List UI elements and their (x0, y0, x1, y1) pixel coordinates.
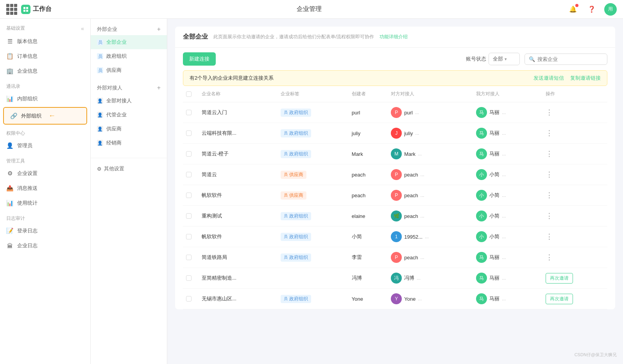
add-external-contact-btn[interactable]: + (157, 84, 161, 91)
table-row: 帆软软件 员政府组织 小简 1 19952... ... 小 小简 ... ⋮ (183, 227, 607, 247)
new-connection-btn[interactable]: 新建连接 (183, 52, 216, 66)
company-creator: Yone (349, 289, 388, 309)
table-row: 重构测试 员政府组织 elaine 🌿 peach ... 小 小简 ... ⋮ (183, 206, 607, 227)
action-menu-btn[interactable]: ⋮ (546, 233, 553, 241)
company-name: 至简精密制造... (199, 268, 277, 289)
self-contact: 马 马丽 ... (473, 268, 542, 289)
action-cell: 再次邀请 (542, 289, 607, 309)
company-tag-cell: 员供应商 (277, 164, 348, 185)
company-tag: 员供应商 (281, 191, 306, 200)
self-contact-name: 马丽 (489, 130, 499, 137)
sidebar-item-admin[interactable]: 👤 管理员 (0, 138, 90, 153)
self-contact: 小 小简 ... (473, 164, 542, 185)
sidebar-managed-company[interactable]: 👤 代管企业 (91, 108, 167, 122)
contact-more-dots: ... (415, 130, 419, 136)
row-checkbox[interactable] (186, 151, 192, 157)
copy-invite-link-btn[interactable]: 复制邀请链接 (570, 75, 601, 82)
search-input[interactable] (537, 56, 603, 62)
self-contact-more-dots: ... (502, 151, 506, 157)
reinvite-btn[interactable]: 再次邀请 (546, 273, 573, 284)
contact-more-dots: ... (418, 151, 422, 157)
company-creator: Mark (349, 144, 388, 164)
help-btn[interactable]: ❓ (585, 3, 598, 16)
sidebar-item-order[interactable]: 📋 订单信息 (0, 49, 90, 64)
sidebar-supplier[interactable]: 员 供应商 (91, 63, 167, 77)
status-select[interactable]: 全部 ▾ (489, 53, 520, 65)
company-tag-cell: 员政府组织 (277, 206, 348, 227)
company-name: 重构测试 (199, 206, 277, 227)
govt-org-tag-icon: 员 (97, 53, 103, 59)
content-header: 全部企业 此页面展示你主动邀请的企业，邀请成功后给他们分配表单/流程权限即可协作… (175, 27, 615, 48)
add-external-company-btn[interactable]: + (157, 26, 161, 33)
row-checkbox[interactable] (186, 130, 192, 136)
table-row: 简道云 员供应商 peach P peach ... 小 小简 ... ⋮ (183, 164, 607, 185)
sidebar-dealer[interactable]: 👤 经销商 (91, 136, 167, 150)
logo[interactable]: 工作台 (21, 5, 52, 14)
sidebar-all-companies[interactable]: 员 全部企业 (91, 35, 167, 49)
other-settings-label: 其他设置 (104, 165, 124, 172)
company-creator: peach (349, 164, 388, 185)
sidebar-item-company[interactable]: 🏢 企业信息 (0, 64, 90, 79)
sidebar-item-login-log[interactable]: 📝 登录日志 (0, 223, 90, 238)
company-creator: elaine (349, 206, 388, 227)
send-invite-sms-btn[interactable]: 发送邀请短信 (533, 75, 564, 82)
row-checkbox[interactable] (186, 110, 192, 115)
other-contact-name: peach (404, 255, 418, 261)
sidebar-item-admin-label: 管理员 (17, 142, 32, 149)
other-contact: P peach ... (388, 164, 473, 185)
row-checkbox[interactable] (186, 296, 192, 302)
action-menu-btn[interactable]: ⋮ (546, 253, 553, 261)
other-contact-name: juliy (404, 130, 413, 136)
settings-icon: ⚙ (6, 170, 13, 177)
all-contacts-label: 全部对接人 (106, 97, 132, 104)
action-menu-btn[interactable]: ⋮ (546, 129, 553, 137)
action-menu-btn[interactable]: ⋮ (546, 171, 553, 178)
notification-btn[interactable]: 🔔 (567, 3, 579, 16)
self-contact: 马 马丽 ... (473, 123, 542, 144)
sidebar-govt-org[interactable]: 员 政府组织 (91, 49, 167, 63)
sidebar-item-external-org[interactable]: 🔗 外部组织 ← (3, 107, 87, 125)
self-contact-more-dots: ... (502, 110, 506, 115)
other-contact-name: peach (404, 172, 418, 178)
sidebar-item-company-log[interactable]: 🏛 企业日志 (0, 238, 90, 253)
other-contact: 1 19952... ... (388, 227, 473, 247)
sidebar-item-settings[interactable]: ⚙ 企业设置 (0, 166, 90, 181)
external-org-icon: 🔗 (10, 112, 17, 120)
row-checkbox[interactable] (186, 213, 192, 219)
self-contact-avatar: 小 (476, 169, 487, 180)
action-menu-btn[interactable]: ⋮ (546, 150, 553, 158)
dealer-icon: 👤 (97, 140, 103, 146)
row-checkbox[interactable] (186, 193, 192, 198)
alert-links: 发送邀请短信 复制邀请链接 (533, 75, 601, 82)
reinvite-btn[interactable]: 再次邀请 (546, 294, 573, 304)
sidebar-supplier-contact[interactable]: 👤 供应商 (91, 122, 167, 136)
sidebar-all-contacts[interactable]: 👤 全部对接人 (91, 94, 167, 108)
search-icon: 🔍 (529, 56, 535, 62)
other-settings-btn[interactable]: ⚙ 其他设置 (91, 161, 167, 176)
col-creator: 创建者 (349, 86, 388, 102)
contact-more-dots: ... (421, 193, 424, 198)
action-menu-btn[interactable]: ⋮ (546, 212, 553, 220)
sidebar-item-version[interactable]: ☰ 版本信息 (0, 34, 90, 49)
sidebar-item-company-label: 企业信息 (17, 68, 38, 75)
user-avatar[interactable]: 用 (604, 3, 617, 16)
row-checkbox[interactable] (186, 275, 192, 281)
select-all-checkbox[interactable] (186, 91, 192, 97)
section-contacts-label: 通讯录 (0, 79, 90, 91)
row-checkbox[interactable] (186, 234, 192, 239)
row-checkbox[interactable] (186, 172, 192, 177)
sidebar-item-messaging[interactable]: 📤 消息推送 (0, 181, 90, 196)
action-menu-btn[interactable]: ⋮ (546, 191, 553, 199)
self-contact-avatar: 小 (476, 231, 487, 242)
action-menu-btn[interactable]: ⋮ (546, 109, 553, 116)
row-checkbox[interactable] (186, 255, 192, 260)
sidebar-item-stats[interactable]: 📊 使用统计 (0, 196, 90, 211)
main-content: 全部企业 此页面展示你主动邀请的企业，邀请成功后给他们分配表单/流程权限即可协作… (167, 19, 623, 364)
sidebar-item-settings-label: 企业设置 (17, 170, 38, 177)
other-contact-name: peach (404, 213, 418, 219)
feature-link[interactable]: 功能详细介绍 (380, 34, 408, 40)
other-contact-avatar: 1 (391, 231, 402, 242)
sidebar-item-internal-org[interactable]: 📊 内部组织 (0, 91, 90, 106)
collapse-icon[interactable]: « (81, 25, 84, 32)
grid-menu-icon[interactable] (6, 4, 17, 15)
